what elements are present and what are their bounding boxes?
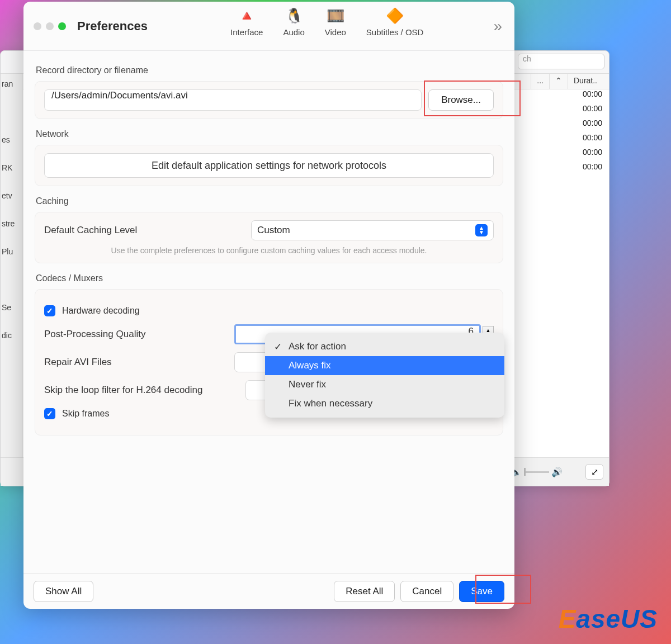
- duration-cell: 00:00: [583, 119, 602, 133]
- skip-frames-checkbox[interactable]: [44, 408, 55, 419]
- record-section-label: Record directory or filename: [36, 65, 503, 75]
- tab-subtitles[interactable]: 🔶 Subtitles / OSD: [366, 6, 424, 37]
- duration-cell: 00:00: [583, 148, 602, 162]
- close-window-button[interactable]: [34, 22, 41, 30]
- reset-all-button[interactable]: Reset All: [334, 581, 395, 602]
- tab-audio[interactable]: 🐧 Audio: [283, 6, 304, 37]
- watermark: EaseUS: [559, 604, 658, 634]
- caching-group: Default Caching Level Custom ▲▼ Use the …: [35, 212, 503, 263]
- tab-interface[interactable]: 🔺 Interface: [230, 6, 263, 37]
- show-all-button[interactable]: Show All: [34, 581, 93, 602]
- hardware-decoding-checkbox[interactable]: [44, 305, 55, 316]
- volume-control[interactable]: 🔈 🔊: [511, 465, 578, 479]
- network-section-label: Network: [36, 129, 503, 139]
- sidebar-fragment[interactable]: etv: [1, 186, 22, 214]
- codecs-section-label: Codecs / Muxers: [36, 273, 503, 283]
- caching-section-label: Caching: [36, 196, 503, 206]
- speaker-icon: 🔊: [551, 467, 563, 477]
- hardware-decoding-row: Hardware decoding: [44, 305, 494, 316]
- sidebar-fragment[interactable]: Plu: [1, 242, 22, 269]
- preferences-footer: Show All Reset All Cancel Save: [23, 573, 514, 609]
- duration-cell: 00:00: [583, 104, 602, 119]
- duration-cell: 00:00: [583, 162, 602, 177]
- chevron-right-icon: »: [493, 17, 502, 35]
- caching-level-select[interactable]: Custom ▲▼: [251, 220, 494, 240]
- window-title: Preferences: [77, 19, 148, 34]
- sidebar-fragment[interactable]: stre: [1, 214, 22, 242]
- preferences-window: Preferences 🔺 Interface 🐧 Audio 🎞️ Video…: [23, 2, 514, 609]
- sidebar-fragment[interactable]: dic: [1, 325, 22, 353]
- repair-option-when-necessary[interactable]: Fix when necessary: [265, 394, 504, 413]
- fullscreen-icon: ⤢: [591, 467, 598, 477]
- minimize-window-button[interactable]: [46, 22, 54, 30]
- sidebar-fragment[interactable]: [1, 269, 22, 297]
- repair-avi-dropdown: Ask for action Always fix Never fix Fix …: [265, 333, 504, 418]
- repair-option-ask[interactable]: Ask for action: [265, 337, 504, 356]
- duration-cell: 00:00: [583, 89, 602, 104]
- tab-label: Subtitles / OSD: [366, 27, 424, 37]
- network-group: Edit default application settings for ne…: [35, 145, 503, 186]
- skip-frames-label: Skip frames: [62, 409, 109, 419]
- select-chevron-icon: ▲▼: [475, 224, 488, 236]
- penguin-icon: 🐧: [285, 6, 304, 25]
- cone-alt-icon: 🔶: [385, 6, 404, 25]
- repair-avi-label: Repair AVI Files: [44, 357, 234, 368]
- tab-label: Audio: [283, 27, 304, 37]
- traffic-lights: [34, 22, 66, 30]
- cancel-button[interactable]: Cancel: [400, 581, 453, 602]
- edit-network-settings-button[interactable]: Edit default application settings for ne…: [44, 153, 494, 178]
- sidebar-fragment[interactable]: Se: [1, 297, 22, 325]
- volume-slider[interactable]: [524, 471, 549, 473]
- tab-label: Interface: [230, 27, 263, 37]
- sidebar-fragment[interactable]: [1, 102, 22, 130]
- caching-level-value: Custom: [257, 225, 290, 236]
- tab-label: Video: [325, 27, 346, 37]
- post-processing-label: Post-Processing Quality: [44, 329, 234, 340]
- watermark-rest: aseUS: [576, 604, 658, 633]
- background-search-input[interactable]: ch: [518, 54, 604, 69]
- repair-option-always[interactable]: Always fix: [265, 356, 504, 375]
- sidebar-fragment[interactable]: RK: [1, 158, 22, 186]
- column-sort[interactable]: ⌃: [549, 74, 568, 89]
- skip-loop-label: Skip the loop filter for H.264 decoding: [44, 385, 245, 396]
- column-duration[interactable]: Durat..: [568, 74, 609, 89]
- watermark-e: E: [559, 604, 577, 633]
- column-more[interactable]: ...: [531, 74, 549, 89]
- zoom-window-button[interactable]: [58, 22, 66, 30]
- repair-option-never[interactable]: Never fix: [265, 375, 504, 394]
- cone-icon: 🔺: [237, 6, 256, 25]
- browse-button[interactable]: Browse...: [428, 89, 494, 111]
- record-group: /Users/admin/Documents/avi.avi Browse...: [35, 81, 503, 119]
- tab-video[interactable]: 🎞️ Video: [325, 6, 346, 37]
- more-tabs-button[interactable]: »: [493, 17, 502, 35]
- fullscreen-button[interactable]: ⤢: [585, 464, 603, 480]
- background-sidebar: ran es RK etv stre Plu Se dic: [1, 74, 23, 457]
- preferences-content: Record directory or filename /Users/admi…: [23, 51, 514, 573]
- sidebar-fragment[interactable]: es: [1, 130, 22, 158]
- toolbar-tabs: 🔺 Interface 🐧 Audio 🎞️ Video 🔶 Subtitles…: [230, 6, 423, 37]
- sidebar-fragment[interactable]: ran: [1, 74, 22, 102]
- film-icon: 🎞️: [326, 6, 345, 25]
- caching-level-label: Default Caching Level: [44, 225, 240, 236]
- titlebar: Preferences 🔺 Interface 🐧 Audio 🎞️ Video…: [23, 2, 514, 51]
- record-path-input[interactable]: /Users/admin/Documents/avi.avi: [44, 89, 422, 111]
- hardware-decoding-label: Hardware decoding: [62, 306, 140, 316]
- save-button[interactable]: Save: [459, 581, 504, 602]
- caching-hint: Use the complete preferences to configur…: [44, 246, 494, 255]
- duration-cell: 00:00: [583, 133, 602, 148]
